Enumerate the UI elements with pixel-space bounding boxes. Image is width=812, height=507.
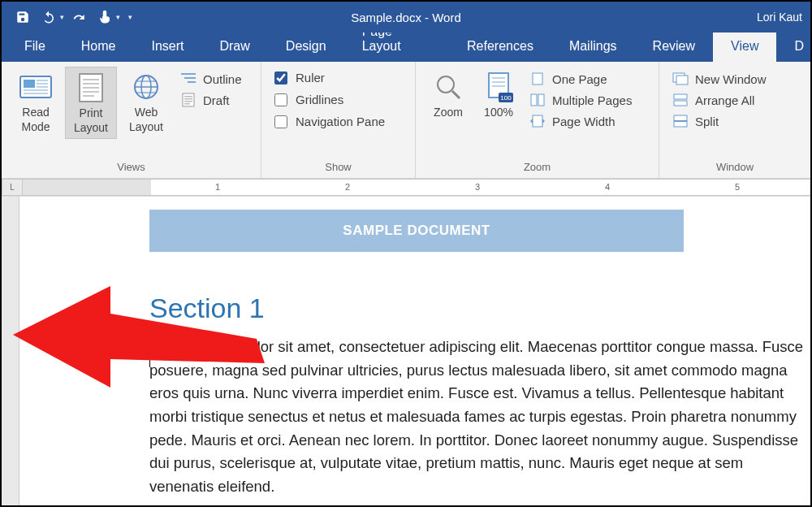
split-icon	[672, 114, 689, 128]
touch-dropdown-icon[interactable]: ▾	[116, 13, 120, 21]
read-mode-button[interactable]: Read Mode	[10, 67, 62, 137]
split-button[interactable]: Split	[667, 112, 771, 130]
navigation-pane-checkbox[interactable]: Navigation Pane	[270, 112, 390, 131]
ribbon: Read Mode Print Layout Web Layout	[2, 62, 810, 179]
print-layout-icon	[67, 71, 114, 105]
group-label-window: Window	[667, 158, 802, 176]
touch-mode-icon[interactable]	[93, 6, 116, 28]
group-label-views: Views	[10, 158, 253, 176]
draft-button[interactable]: Draft	[175, 91, 247, 109]
save-icon[interactable]	[11, 6, 34, 28]
page-width-icon	[529, 114, 546, 128]
group-label-show: Show	[270, 158, 407, 176]
undo-dropdown-icon[interactable]: ▾	[60, 13, 64, 21]
outline-button[interactable]: Outline	[175, 70, 247, 88]
multiple-pages-button[interactable]: Multiple Pages	[525, 91, 637, 109]
svg-rect-10	[83, 87, 99, 89]
user-name: Lori Kaut	[757, 11, 802, 24]
gridlines-checkbox[interactable]: Gridlines	[270, 90, 390, 109]
tab-review[interactable]: Review	[635, 32, 713, 62]
svg-rect-6	[24, 93, 48, 94]
tab-selector[interactable]: L	[2, 179, 23, 196]
zoom-100-icon: 100	[477, 70, 520, 104]
svg-rect-35	[531, 94, 537, 106]
tab-insert[interactable]: Insert	[133, 32, 201, 62]
svg-rect-1	[24, 80, 35, 88]
svg-rect-25	[184, 103, 190, 105]
svg-rect-30	[492, 81, 505, 83]
read-mode-icon	[11, 70, 60, 104]
draft-icon	[180, 93, 197, 107]
page-width-button[interactable]: Page Width	[525, 112, 637, 130]
group-zoom: Zoom 100 100% One Page Multiple Pages	[416, 62, 659, 178]
one-page-button[interactable]: One Page	[525, 70, 637, 88]
outline-icon	[180, 72, 197, 86]
qat-customize-icon[interactable]: ▾	[128, 13, 132, 21]
new-window-button[interactable]: New Window	[667, 70, 771, 88]
svg-rect-31	[492, 85, 505, 87]
svg-rect-3	[37, 83, 48, 84]
svg-text:100: 100	[500, 94, 512, 102]
svg-rect-11	[83, 91, 99, 93]
svg-rect-24	[184, 101, 192, 102]
svg-rect-19	[184, 77, 196, 79]
tab-references[interactable]: References	[449, 32, 551, 62]
new-window-icon	[672, 72, 689, 86]
page: SAMPLE DOCUMENT Section 1 Lorem ipsum do…	[23, 197, 810, 499]
group-window: New Window Arrange All Split Window	[659, 62, 810, 178]
svg-rect-34	[533, 73, 542, 84]
group-label-zoom: Zoom	[424, 158, 650, 176]
group-show: Ruler Gridlines Navigation Pane Show	[261, 62, 416, 178]
svg-rect-21	[183, 93, 194, 106]
tab-view[interactable]: View	[713, 32, 776, 62]
arrange-all-icon	[672, 93, 689, 107]
undo-icon[interactable]	[37, 6, 60, 28]
svg-rect-4	[37, 86, 48, 88]
document-header: SAMPLE DOCUMENT	[149, 210, 684, 252]
zoom-button[interactable]: Zoom	[424, 67, 473, 124]
print-layout-button[interactable]: Print Layout	[65, 67, 117, 139]
ruler-checkbox[interactable]: Ruler	[270, 68, 390, 87]
svg-rect-37	[533, 115, 542, 127]
tab-truncated[interactable]: D	[776, 32, 810, 62]
zoom-100-button[interactable]: 100 100%	[476, 67, 521, 124]
svg-line-27	[452, 91, 460, 98]
tab-file[interactable]: File	[6, 32, 63, 62]
ruler-bar: L 1 2 3 4 5	[2, 179, 810, 197]
title-bar: ▾ ▾ ▾ Sample.docx - Word Lori Kaut	[2, 2, 810, 32]
tab-design[interactable]: Design	[268, 32, 344, 62]
zoom-icon	[425, 70, 471, 104]
tab-mailings[interactable]: Mailings	[551, 32, 635, 62]
vertical-ruler[interactable]	[2, 197, 19, 507]
svg-rect-36	[538, 94, 544, 106]
svg-rect-41	[674, 101, 687, 106]
svg-rect-20	[188, 81, 196, 83]
body-paragraph[interactable]: Lorem ipsum dolor sit amet, consectetuer…	[149, 336, 810, 499]
text-cursor	[149, 338, 150, 367]
svg-rect-8	[83, 79, 99, 80]
group-views: Read Mode Print Layout Web Layout	[2, 62, 261, 178]
svg-rect-12	[83, 95, 94, 97]
web-layout-icon	[122, 70, 171, 104]
svg-point-26	[438, 76, 454, 93]
ribbon-tabs: File Home Insert Draw Design Page Layout…	[2, 32, 810, 62]
redo-icon[interactable]	[67, 6, 90, 28]
arrange-all-button[interactable]: Arrange All	[667, 91, 771, 109]
svg-rect-22	[184, 96, 192, 98]
one-page-icon	[529, 72, 546, 86]
svg-rect-40	[674, 94, 687, 99]
svg-rect-39	[676, 76, 688, 84]
svg-rect-5	[24, 89, 48, 91]
svg-rect-9	[83, 83, 99, 84]
multiple-pages-icon	[529, 93, 546, 107]
web-layout-button[interactable]: Web Layout	[120, 67, 172, 137]
horizontal-ruler[interactable]: 1 2 3 4 5	[23, 179, 810, 196]
svg-rect-18	[181, 73, 196, 75]
document-area[interactable]: SAMPLE DOCUMENT Section 1 Lorem ipsum do…	[2, 197, 810, 507]
tab-home[interactable]: Home	[63, 32, 134, 62]
svg-rect-2	[37, 80, 48, 81]
quick-access-toolbar: ▾ ▾ ▾	[2, 6, 132, 28]
section-heading[interactable]: Section 1	[149, 292, 810, 324]
svg-rect-29	[492, 77, 505, 79]
tab-draw[interactable]: Draw	[201, 32, 267, 62]
